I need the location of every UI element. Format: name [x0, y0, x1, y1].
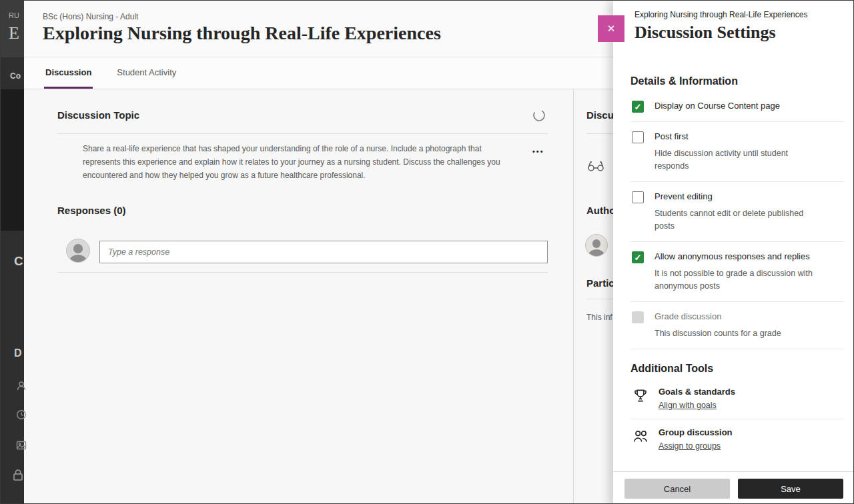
panel-footer: Cancel Save [613, 471, 854, 504]
avatar [66, 239, 90, 263]
option-subtext: Students cannot edit or delete published… [655, 207, 820, 233]
glasses-icon [586, 159, 605, 175]
lock-icon [11, 468, 25, 481]
option-subtext: This discussion counts for a grade [655, 327, 781, 340]
group-icon [632, 428, 649, 448]
side-info-text: This inf [586, 313, 612, 322]
tool-goals-standards: Goals & standards Align with goals [630, 379, 844, 419]
responses-heading: Responses (0) [57, 205, 126, 216]
author-avatar [585, 234, 608, 257]
save-button[interactable]: Save [738, 479, 843, 499]
close-icon[interactable]: ✕ [598, 15, 624, 42]
discussion-topic-text: Share a real-life experience that has sh… [83, 142, 515, 182]
checkbox-allow-anonymous[interactable] [632, 251, 644, 263]
image-icon [16, 440, 27, 451]
option-prevent-editing: Prevent editing Students cannot edit or … [630, 182, 844, 242]
refresh-spinner-icon[interactable] [532, 109, 546, 123]
divider [57, 272, 548, 273]
response-input[interactable] [99, 241, 548, 263]
additional-tools-heading: Additional Tools [630, 363, 844, 375]
option-allow-anonymous: Allow anonymous responses and replies It… [630, 242, 844, 302]
checkbox-display-on-course-content[interactable] [632, 101, 644, 113]
align-with-goals-link[interactable]: Align with goals [659, 401, 717, 410]
tool-title: Group discussion [659, 427, 733, 438]
discussion-topic-heading: Discussion Topic [57, 109, 139, 121]
discussion-settings-panel: Exploring Nursing through Real-Life Expe… [613, 1, 854, 504]
checkbox-grade-discussion [632, 311, 644, 323]
checkbox-prevent-editing[interactable] [632, 191, 644, 203]
strip-text-title-initial: E [9, 23, 19, 43]
vertical-divider [573, 89, 574, 504]
option-post-first: Post first Hide discussion activity unti… [630, 122, 844, 182]
option-label: Display on Course Content page [655, 100, 780, 112]
option-subtext: It is not possible to grade a discussion… [655, 267, 820, 293]
panel-context-title: Exploring Nursing through Real-Life Expe… [634, 10, 844, 19]
option-label: Prevent editing [655, 191, 820, 203]
side-author-heading: Autho [586, 205, 615, 216]
panel-body: Details & Information Display on Course … [613, 65, 854, 471]
option-grade-discussion: Grade discussion This discussion counts … [630, 302, 844, 349]
trophy-icon [632, 387, 649, 407]
person-icon [16, 381, 27, 391]
strip-text-c: C [14, 254, 23, 269]
tab-discussion[interactable]: Discussion [44, 58, 93, 89]
dimmed-course-page-strip: RU E Co C D [1, 1, 24, 504]
assign-to-groups-link[interactable]: Assign to groups [659, 441, 721, 451]
cancel-button[interactable]: Cancel [624, 479, 730, 499]
option-label: Allow anonymous responses and replies [655, 251, 820, 263]
details-information-heading: Details & Information [630, 75, 844, 87]
option-label: Grade discussion [655, 311, 781, 323]
side-participants-heading: Partic [586, 277, 614, 289]
option-subtext: Hide discussion activity until student r… [655, 147, 820, 173]
screen: RU E Co C D BSc (Hons) Nursing - Adult E… [0, 0, 854, 504]
panel-header: Exploring Nursing through Real-Life Expe… [613, 1, 854, 43]
breadcrumb: BSc (Hons) Nursing - Adult [43, 12, 138, 21]
panel-title: Discussion Settings [634, 23, 844, 43]
strip-dark-block [1, 89, 24, 231]
option-display-on-course-content: Display on Course Content page [630, 91, 844, 122]
checkbox-post-first[interactable] [632, 131, 644, 143]
more-options-icon[interactable]: ••• [532, 147, 544, 155]
tool-group-discussion: Group discussion Assign to groups [630, 419, 844, 459]
strip-text-d: D [14, 347, 22, 359]
clock-icon [16, 409, 27, 420]
tab-student-activity[interactable]: Student Activity [115, 58, 177, 89]
page-title: Exploring Nursing through Real-Life Expe… [43, 23, 441, 44]
strip-text-ru: RU [9, 11, 19, 19]
tool-title: Goals & standards [659, 387, 735, 397]
option-label: Post first [655, 131, 820, 143]
side-column-heading: Discu [586, 109, 614, 121]
strip-text-content-tab: Co [10, 71, 21, 81]
divider [57, 133, 548, 134]
